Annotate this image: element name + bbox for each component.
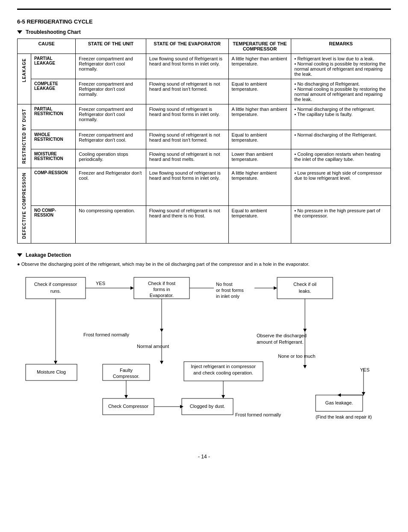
temperature-cell: A little higher ambient temperature.: [228, 168, 291, 206]
svg-marker-31: [54, 361, 57, 364]
remarks-cell: Cooling operation restarts when heating …: [291, 149, 391, 168]
cause-cell: MOISTURE RESTRICTION: [31, 149, 76, 168]
svg-text:Evaporator.: Evaporator.: [150, 293, 174, 298]
section-title: 6-5 REFRIGERATING CYCLE: [17, 18, 391, 25]
svg-marker-15: [274, 286, 277, 290]
svg-text:Normal amount: Normal amount: [137, 344, 169, 349]
cause-cell: PARTIAL RESTRICTION: [31, 104, 76, 130]
temperature-cell: Equal to ambient temperature.: [228, 206, 291, 244]
svg-marker-48: [222, 395, 225, 398]
top-border: [17, 9, 391, 10]
svg-text:YES: YES: [360, 367, 370, 372]
svg-text:amount of Refrigerant.: amount of Refrigerant.: [257, 339, 303, 345]
remarks-cell: Low pressure at high side of compressor …: [291, 168, 391, 206]
state-unit-header: STATE OF THE UNIT: [76, 39, 146, 54]
troubleshooting-subtitle: Troubleshooting Chart: [17, 29, 391, 35]
group-cell: RESTRICTED BY DUST: [18, 104, 31, 168]
svg-text:Gas leakage.: Gas leakage.: [325, 400, 353, 405]
svg-text:(Find the leak and repair it): (Find the leak and repair it): [316, 414, 372, 419]
cause-cell: WHOLE RESTRICTION: [31, 130, 76, 149]
state-unit-cell: Freezer compartment and Refrigerator don…: [76, 104, 146, 130]
group-cell: LEAKAGE: [18, 54, 31, 104]
svg-text:Observe the discharged: Observe the discharged: [257, 333, 307, 338]
flowchart-container: Check if compressor runs. YES Check if f…: [17, 273, 391, 445]
svg-text:or frost forms: or frost forms: [216, 288, 244, 293]
cause-cell: PARTIAL LEAKAGE: [31, 54, 76, 79]
cause-cell: COMP-RESSION: [31, 168, 76, 206]
svg-text:and check cooling operation.: and check cooling operation.: [193, 370, 253, 375]
leakage-detection-text: Observe the discharging point of the ref…: [17, 262, 391, 267]
svg-text:Check if oil: Check if oil: [293, 282, 316, 287]
svg-text:No frost: No frost: [216, 282, 233, 287]
svg-marker-26: [303, 365, 307, 369]
temperature-cell: A little higher than ambient temperature…: [228, 104, 291, 130]
svg-text:leaks.: leaks.: [299, 288, 311, 294]
svg-text:Compressor.: Compressor.: [113, 374, 139, 379]
svg-text:Moisture Clog: Moisture Clog: [37, 369, 66, 374]
state-evaporator-header: STATE OF THE EVAPORATOR: [146, 39, 228, 54]
evaporator-cell: Low flowing sound of Refrigerant is hear…: [146, 54, 228, 79]
svg-text:Frost formed normally: Frost formed normally: [235, 412, 281, 417]
evaporator-cell: Flowing sound of refrigerant is not hear…: [146, 149, 228, 168]
cause-header: CAUSE: [18, 39, 76, 54]
temperature-cell: A little higher than ambient temperature…: [228, 54, 291, 79]
svg-text:runs.: runs.: [50, 288, 61, 294]
flowchart-svg: Check if compressor runs. YES Check if f…: [17, 273, 393, 444]
triangle-icon-2: [17, 253, 22, 257]
svg-rect-0: [26, 277, 86, 299]
state-unit-cell: No compressing operation.: [76, 206, 146, 244]
svg-text:in inlet only: in inlet only: [216, 294, 240, 299]
svg-text:Clogged by dust.: Clogged by dust.: [190, 404, 225, 409]
state-unit-cell: Cooling operation stops periodically.: [76, 149, 146, 168]
temperature-cell: Equal to ambient temperature.: [228, 79, 291, 104]
remarks-header: REMARKS: [291, 39, 391, 54]
svg-text:Frost formed normally: Frost formed normally: [83, 332, 129, 337]
remarks-cell: No pressure in the high pressure part of…: [291, 206, 391, 244]
cause-cell: NO COMP-RESSION: [31, 206, 76, 244]
state-unit-cell: Freezer compartment and Refrigerator don…: [76, 130, 146, 149]
svg-marker-20: [303, 329, 307, 332]
page-number: - 14 -: [17, 454, 391, 460]
remarks-cell: Normal discharging of the refrigerant.Th…: [291, 104, 391, 130]
state-unit-cell: Freezer and Refrigerator don't cool.: [76, 168, 146, 206]
temperature-header: TEMPERATURE OF THE COMPRESSOR: [228, 39, 291, 54]
svg-text:Check if frost: Check if frost: [148, 281, 175, 286]
evaporator-cell: Flowing sound of refrigerant is heard an…: [146, 104, 228, 130]
temperature-cell: Equal to ambient temperature.: [228, 130, 291, 149]
troubleshooting-table: CAUSE STATE OF THE UNIT STATE OF THE EVA…: [17, 39, 391, 244]
remarks-cell: Refrigerant level is low due to a leak.N…: [291, 54, 391, 79]
evaporator-cell: Flowing sound of refrigerant is not hear…: [146, 79, 228, 104]
svg-text:forms in: forms in: [153, 287, 170, 292]
svg-marker-28: [160, 329, 163, 332]
svg-marker-44: [124, 395, 128, 398]
svg-rect-16: [277, 277, 333, 299]
svg-text:Inject refrigerant in compress: Inject refrigerant in compressor: [191, 364, 256, 369]
svg-text:Check if compressor: Check if compressor: [34, 282, 77, 287]
remarks-cell: Normal discharging of the Refrigerant.: [291, 130, 391, 149]
svg-marker-34: [160, 361, 163, 364]
cause-cell: COMPLETE LEAKAGE: [31, 79, 76, 104]
state-unit-cell: Freezer compartment and Refrigerator don…: [76, 54, 146, 79]
state-unit-cell: Freezer compartment and Refrigerator don…: [76, 79, 146, 104]
evaporator-cell: Flowing sound of refrigerant is not hear…: [146, 206, 228, 244]
group-cell: DEFECTIVE COMPRESSION: [18, 168, 31, 244]
svg-text:Faulty: Faulty: [120, 368, 133, 373]
temperature-cell: Lower than ambient temperature.: [228, 149, 291, 168]
svg-marker-4: [130, 286, 134, 290]
evaporator-cell: Flowing sound of refrigerant is not hear…: [146, 130, 228, 149]
svg-text:YES: YES: [96, 281, 105, 286]
triangle-icon: [17, 30, 22, 34]
svg-text:None or too much: None or too much: [278, 354, 315, 359]
evaporator-cell: Low flowing sound of refrigerant is hear…: [146, 168, 228, 206]
svg-text:Check Compressor: Check Compressor: [108, 404, 148, 409]
leakage-detection-subtitle: Leakage Detection: [17, 252, 391, 258]
remarks-cell: No discharging of Refrigerant.Normal coo…: [291, 79, 391, 104]
